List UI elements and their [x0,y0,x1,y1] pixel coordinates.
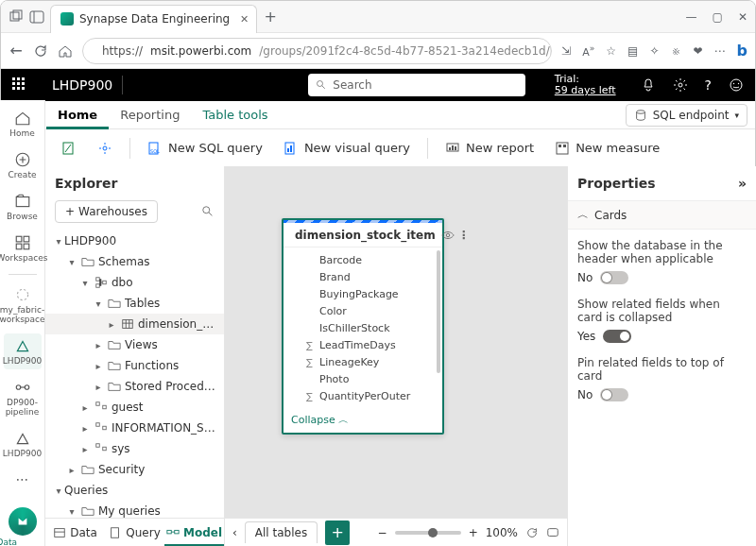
extensions-icon[interactable]: ⨳ [670,44,681,58]
tree-dimension-st[interactable]: ▸dimension_st... [45,314,224,334]
card-field[interactable]: ∑LineageKey [284,353,442,370]
tab-close-button[interactable]: ✕ [240,13,249,26]
new-tab-button[interactable]: + [263,9,278,25]
window-controls-icon[interactable] [9,9,24,25]
app-launcher-icon[interactable] [12,77,27,93]
svg-rect-18 [290,145,292,152]
tree-root[interactable]: ▾LHDP900 [45,230,224,251]
favorite-icon[interactable]: ☆ [606,44,616,58]
zoom-in-button[interactable]: + [469,526,478,539]
card-field[interactable]: Color [284,302,442,319]
reader-icon[interactable]: A» [582,43,594,59]
tree-security[interactable]: ▸Security [45,459,224,480]
rail-home[interactable]: Home [4,106,42,142]
add-warehouses-button[interactable]: +Warehouses [55,200,158,223]
settings-icon[interactable] [673,77,688,93]
add-layout-button[interactable]: + [325,520,350,545]
browser-tab[interactable]: Synapse Data Engineering ✕ [50,5,257,33]
tree-tables[interactable]: ▾Tables [45,293,224,314]
tab-table-tools[interactable]: Table tools [191,101,279,129]
card-scrollbar[interactable] [437,250,440,373]
rail-persona[interactable]: Data Engineering [0,502,45,546]
copilot-icon[interactable]: b [737,42,747,60]
card-field[interactable]: Brand [284,268,442,285]
card-field[interactable]: ∑QuantityPerOuter [284,387,442,404]
url-input[interactable]: https://msit.powerbi.com/groups/2091f2c4… [82,38,552,64]
feedback-icon[interactable] [729,77,744,93]
new-report-button[interactable]: New report [438,137,541,160]
rail-workspaces[interactable]: Workspaces [4,230,42,266]
rail-lhdp900[interactable]: LHDP900 [4,333,42,369]
zoom-slider[interactable] [395,531,461,535]
svg-rect-23 [557,143,568,154]
svg-rect-40 [103,281,107,284]
explorer-tab-model[interactable]: Model [164,519,224,546]
table-card[interactable]: dimension_stock_item ⋮ BarcodeBrandBuyin… [282,218,444,435]
global-search[interactable]: Search [308,74,525,96]
explorer-tab-data[interactable]: Data [45,519,105,546]
show-database-toggle[interactable] [600,271,628,284]
card-field[interactable]: IsChillerStock [284,319,442,336]
help-icon[interactable]: ? [705,77,712,93]
rail-dp900[interactable]: DP900-pipeline [4,375,42,420]
back-button[interactable]: ← [9,43,24,59]
card-field[interactable]: Photo [284,370,442,387]
show-related-toggle[interactable] [603,330,631,343]
svg-rect-45 [96,402,100,406]
more-icon[interactable]: ⋯ [714,44,726,58]
tree-dbo[interactable]: ▾dbo [45,272,224,293]
rail-lhdp900b[interactable]: LHDP900 [4,426,42,462]
canvas-scroll-left[interactable]: ‹ [232,526,237,539]
new-measure-button[interactable]: New measure [547,137,667,160]
card-collapse[interactable]: Collapse ︿ [284,407,442,433]
reading-list-icon[interactable]: ▤ [627,44,638,58]
notifications-icon[interactable] [641,77,656,93]
endpoint-selector[interactable]: SQL endpoint ▾ [626,104,747,127]
rail-browse[interactable]: Browse [4,189,42,225]
app-launch-icon[interactable]: ⇲ [561,44,571,58]
settings-tool-icon[interactable] [90,137,120,160]
new-sql-query-button[interactable]: SQLNew SQL query [140,137,270,160]
fit-to-screen-icon[interactable] [546,526,559,539]
card-field[interactable]: Barcode [284,251,442,268]
tab-reporting[interactable]: Reporting [109,101,191,129]
card-menu-button[interactable]: ⋮ [458,229,470,242]
minimize-button[interactable]: — [686,10,697,24]
new-visual-query-button[interactable]: New visual query [276,137,418,160]
explorer-tab-query[interactable]: Query [105,519,164,546]
card-field[interactable]: ∑LeadTimeDays [284,336,442,353]
sidebar-toggle-icon[interactable] [29,9,44,25]
pin-related-toggle[interactable] [600,388,628,401]
search-icon [316,79,327,91]
tree-sys[interactable]: ▸sys [45,438,224,459]
properties-expand-icon[interactable]: » [738,176,747,191]
tree-functions[interactable]: ▸Functions [45,355,224,376]
tree-views[interactable]: ▸Views [45,334,224,355]
wellness-icon[interactable]: ❤ [693,44,702,58]
refresh-canvas-icon[interactable] [525,526,539,539]
explorer-search-icon[interactable] [201,205,215,218]
maximize-button[interactable]: ▢ [713,10,723,24]
tree-queries[interactable]: ▾Queries [45,480,224,501]
collections-icon[interactable]: ✧ [649,44,659,58]
zoom-out-button[interactable]: − [378,526,387,539]
visibility-icon[interactable] [441,229,455,242]
all-tables-tab[interactable]: All tables [245,521,318,543]
rail-create[interactable]: Create [4,147,42,183]
tree-guest[interactable]: ▸guest [45,397,224,418]
tree-schemas[interactable]: ▾Schemas [45,251,224,272]
rail-my-fabric[interactable]: my_fabric-workspace [4,282,42,328]
refresh-button[interactable] [33,43,48,59]
home-button[interactable] [58,43,73,59]
card-header[interactable]: dimension_stock_item ⋮ [284,220,442,247]
tree-my-queries[interactable]: ▾My queries [45,501,224,518]
sql-script-icon[interactable] [54,137,84,160]
tree-info-schema[interactable]: ▸INFORMATION_SCHE... [45,418,224,438]
model-canvas[interactable]: dimension_stock_item ⋮ BarcodeBrandBuyin… [225,166,567,546]
properties-cards-section[interactable]: ︿ Cards [568,200,756,230]
tab-home[interactable]: Home [46,101,109,129]
tree-sprocs[interactable]: ▸Stored Procedur... [45,376,224,397]
close-window-button[interactable]: ✕ [738,10,747,24]
card-field[interactable]: BuyingPackage [284,285,442,302]
rail-more[interactable]: ⋯ [4,468,42,490]
